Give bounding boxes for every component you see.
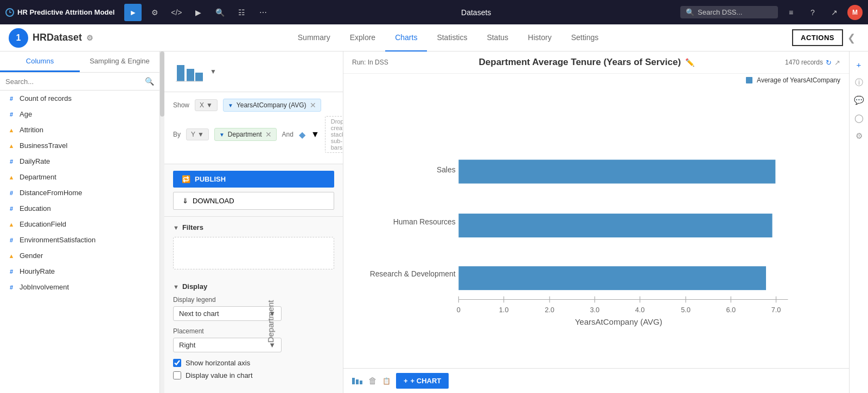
add-chart-button[interactable]: + + CHART [396, 373, 449, 389]
tab-explore[interactable]: Explore [340, 25, 385, 52]
nav-deploy-button[interactable]: 🔍 [211, 4, 228, 21]
column-name-hourlyrate: HourlyRate [20, 267, 55, 275]
column-item-count[interactable]: # Count of records [0, 91, 159, 106]
column-type-icon-dailyrate: # [8, 158, 15, 165]
x-field-delete-icon[interactable]: ✕ [310, 101, 316, 109]
nav-more-button[interactable]: ⋯ [254, 4, 272, 21]
dataset-name: HRDataset [33, 32, 82, 43]
chart-type-dropdown-arrow[interactable]: ▼ [210, 68, 216, 75]
x-field-name: YearsAtCompany (AVG) [237, 101, 307, 109]
drop-zone-pill[interactable]: Drop to create stacked sub-bars [325, 116, 343, 153]
chart-title: Department Average Tenure (Years of Serv… [479, 57, 681, 68]
nav-arrow-button[interactable]: ► [124, 4, 142, 21]
right-icon-add[interactable]: + [851, 57, 866, 72]
expand-icon[interactable]: ↗ [834, 59, 840, 67]
delete-chart-icon[interactable]: 🗑 [368, 376, 377, 386]
sidebar-tab-sampling[interactable]: Sampling & Engine [80, 51, 159, 72]
right-icon-info[interactable]: ⓘ [851, 75, 866, 90]
y-dropdown-icon[interactable]: ▼ [197, 131, 204, 138]
nav-settings-button[interactable]: ⚙ [146, 4, 163, 21]
tab-charts[interactable]: Charts [385, 25, 427, 52]
tab-status[interactable]: Status [477, 25, 518, 52]
records-count: 1470 records ↻ ↗ [785, 59, 840, 67]
actions-button[interactable]: ACTIONS [792, 29, 843, 46]
sidebar-search-area: 🔍 [0, 73, 159, 91]
sidebar-scrollbar-thumb[interactable] [160, 51, 164, 117]
download-button[interactable]: ⇓ DOWNLOAD [173, 192, 334, 210]
copy-chart-icon[interactable]: 📋 [382, 377, 391, 385]
tab-settings[interactable]: Settings [561, 25, 609, 52]
tab-statistics[interactable]: Statistics [427, 25, 477, 52]
display-value-checkbox[interactable]: Display value in chart [173, 371, 334, 379]
sidebar-scrollbar[interactable] [160, 51, 164, 393]
filters-section-header[interactable]: ▼ Filters [173, 223, 334, 231]
y-field-pill[interactable]: ▼ Department ✕ [214, 128, 277, 141]
chart-title-edit-icon[interactable]: ✏️ [685, 58, 694, 67]
main-nav-tabs: Summary Explore Charts Statistics Status… [104, 24, 792, 51]
filters-arrow-icon: ▼ [173, 224, 179, 231]
user-avatar[interactable]: M [847, 5, 863, 20]
x-axis-badge[interactable]: X ▼ [195, 99, 218, 111]
placement-select[interactable]: Right ▼ [173, 338, 282, 352]
axis-config-area: Show X ▼ ▼ YearsAtCompany (AVG) ✕ By Y ▼ [164, 92, 343, 164]
bar-sales [458, 160, 775, 184]
column-item-department[interactable]: ▲ Department [0, 169, 159, 185]
show-horizontal-axis-checkbox[interactable]: Show horizontal axis [173, 359, 334, 367]
back-arrow-button[interactable]: ❮ [843, 30, 859, 46]
sidebar-tab-columns[interactable]: Columns [0, 51, 80, 72]
nav-play-button[interactable]: ▶ [189, 4, 207, 21]
display-legend-select[interactable]: Next to chart ▼ [173, 306, 282, 321]
help-button[interactable]: ? [804, 4, 821, 21]
publish-icon: 🔁 [182, 175, 190, 183]
nav-grid-button[interactable]: ☷ [233, 4, 250, 21]
column-item-jobinvolvement[interactable]: # JobInvolvement [0, 279, 159, 295]
column-name-count: Count of records [20, 94, 72, 102]
column-item-attrition[interactable]: ▲ Attrition [0, 122, 159, 138]
grid-icon-button[interactable]: ≡ [782, 4, 800, 21]
column-item-environmentsatisfaction[interactable]: # EnvironmentSatisfaction [0, 232, 159, 248]
column-item-age[interactable]: # Age [0, 106, 159, 122]
y-field-delete-icon[interactable]: ✕ [265, 130, 272, 139]
search-box[interactable]: 🔍 Search DSS... [680, 6, 778, 18]
x-tick-7: 7.0 [771, 306, 781, 314]
column-item-gender[interactable]: ▲ Gender [0, 248, 159, 263]
right-icon-settings[interactable]: ⚙ [851, 128, 866, 144]
nav-code-button[interactable]: </> [168, 4, 185, 21]
filter-drop-zone[interactable] [173, 237, 334, 269]
x-field-pill[interactable]: ▼ YearsAtCompany (AVG) ✕ [223, 99, 321, 112]
column-item-education[interactable]: # Education [0, 201, 159, 216]
trending-button[interactable]: ↗ [826, 4, 843, 21]
bar-label-sales: Sales [437, 165, 456, 174]
chart-title-area: Department Average Tenure (Years of Serv… [394, 57, 780, 68]
display-value-input[interactable] [173, 371, 181, 379]
stacked-dropdown-icon[interactable]: ▼ [311, 130, 320, 139]
y-field-arrow-icon: ▼ [219, 132, 225, 138]
column-item-educationfield[interactable]: ▲ EducationField [0, 216, 159, 232]
svg-rect-1 [177, 65, 184, 81]
tab-history[interactable]: History [518, 25, 561, 52]
dataset-settings-icon[interactable]: ⚙ [86, 34, 93, 42]
tab-summary[interactable]: Summary [288, 25, 340, 52]
x-tick-3: 3.0 [590, 306, 599, 314]
column-item-distancefromhome[interactable]: # DistanceFromHome [0, 185, 159, 201]
right-icon-chat[interactable]: 💬 [851, 93, 866, 108]
refresh-icon[interactable]: ↻ [826, 59, 832, 67]
column-item-dailyrate[interactable]: # DailyRate [0, 153, 159, 169]
show-horizontal-axis-input[interactable] [173, 359, 181, 367]
display-section-header[interactable]: ▼ Display [173, 282, 334, 291]
right-icon-circle[interactable]: ◯ [851, 111, 866, 126]
dataset-icon: 1 [9, 28, 28, 48]
column-item-hourlyrate[interactable]: # HourlyRate [0, 263, 159, 279]
x-tick-2: 2.0 [545, 306, 554, 314]
svg-rect-3 [195, 73, 203, 81]
publish-button[interactable]: 🔁 PUBLISH [173, 171, 334, 188]
y-axis-badge[interactable]: Y ▼ [186, 128, 209, 140]
column-item-businesstravel[interactable]: ▲ BusinessTravel [0, 138, 159, 153]
column-type-icon-distancefromhome: # [8, 189, 15, 197]
x-field-arrow-icon: ▼ [228, 102, 233, 108]
column-name-department: Department [20, 173, 56, 181]
column-list: # Count of records # Age ▲ Attrition ▲ B… [0, 91, 159, 393]
dataset-title-area: 1 HRDataset ⚙ [9, 28, 93, 48]
sidebar-search-input[interactable] [5, 78, 142, 86]
x-dropdown-icon[interactable]: ▼ [206, 101, 213, 109]
